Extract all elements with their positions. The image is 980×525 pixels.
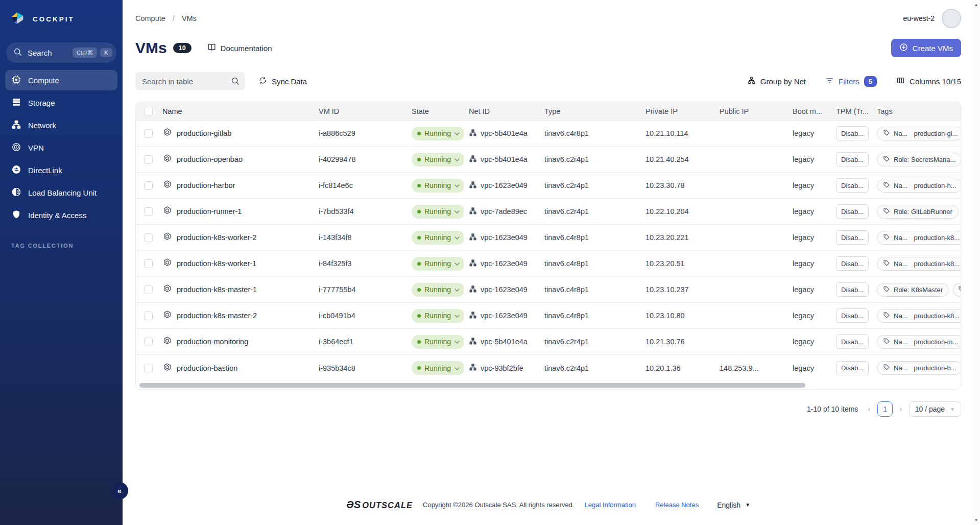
row-checkbox[interactable] bbox=[144, 259, 153, 268]
group-by-net-button[interactable]: Group by Net bbox=[747, 76, 806, 86]
region-selector[interactable]: eu-west-2 bbox=[903, 14, 935, 22]
vm-name[interactable]: production-openbao bbox=[177, 155, 243, 163]
table-row[interactable]: production-gitlabi-a886c529Runningvpc-5b… bbox=[136, 121, 961, 147]
column-header-public-ip: Public IP bbox=[714, 107, 787, 115]
previous-page-button[interactable]: ‹ bbox=[866, 404, 872, 414]
row-checkbox[interactable] bbox=[144, 364, 153, 372]
table-row[interactable]: production-k8s-master-2i-cb0491b4Running… bbox=[136, 303, 961, 329]
sidebar-item-vpn[interactable]: VPN bbox=[5, 137, 117, 158]
tpm-status-button[interactable]: Disab... bbox=[836, 178, 869, 193]
scroll-down-arrow[interactable]: ▼ bbox=[972, 518, 980, 522]
table-row[interactable]: production-k8s-master-1i-777755b4Running… bbox=[136, 277, 961, 303]
tags-cell: Na...production-gi... bbox=[872, 127, 961, 140]
tpm-status-button[interactable]: Disab... bbox=[836, 230, 869, 245]
state-dropdown[interactable]: Running bbox=[412, 231, 464, 245]
tags-cell: Na...production-k8... bbox=[872, 231, 961, 245]
next-page-button[interactable]: › bbox=[898, 404, 904, 414]
sidebar-item-identity-access[interactable]: Identity & Access bbox=[5, 205, 117, 225]
sidebar-item-directlink[interactable]: DirectLink bbox=[5, 160, 117, 180]
state-dropdown[interactable]: Running bbox=[412, 283, 464, 297]
release-notes-link[interactable]: Release Notes bbox=[655, 501, 699, 509]
legal-information-link[interactable]: Legal Information bbox=[584, 501, 635, 509]
state-dropdown[interactable]: Running bbox=[412, 361, 464, 375]
net-id[interactable]: vpc-1623e049 bbox=[481, 233, 528, 242]
sidebar-item-network[interactable]: Network bbox=[5, 115, 117, 135]
row-checkbox[interactable] bbox=[144, 181, 153, 190]
state-dropdown[interactable]: Running bbox=[412, 127, 464, 140]
columns-button[interactable]: Columns 10/15 bbox=[896, 76, 961, 86]
net-id[interactable]: vpc-5b401e4a bbox=[481, 129, 528, 137]
tpm-status-button[interactable]: Disab... bbox=[836, 335, 869, 349]
tag-icon bbox=[883, 259, 890, 268]
table-row[interactable]: production-monitoringi-3b64ecf1Runningvp… bbox=[136, 329, 961, 355]
state-dropdown[interactable]: Running bbox=[412, 309, 464, 323]
table-row[interactable]: production-runner-1i-7bd533f4Runningvpc-… bbox=[136, 199, 961, 225]
vm-name[interactable]: production-k8s-master-1 bbox=[177, 285, 257, 294]
net-id[interactable]: vpc-1623e049 bbox=[481, 181, 528, 189]
table-row[interactable]: production-harbori-fc814e6cRunningvpc-16… bbox=[136, 173, 961, 199]
tpm-status-button[interactable]: Disab... bbox=[836, 361, 869, 375]
net-id[interactable]: vpc-1623e049 bbox=[481, 285, 528, 294]
row-checkbox[interactable] bbox=[144, 312, 153, 320]
state-dropdown[interactable]: Running bbox=[412, 179, 464, 193]
table-row[interactable]: production-bastioni-935b34c8Runningvpc-9… bbox=[136, 355, 961, 381]
tpm-status-button[interactable]: Disab... bbox=[836, 256, 869, 271]
sidebar-search[interactable]: Search Ctrl/⌘ K bbox=[6, 42, 116, 63]
documentation-link[interactable]: Documentation bbox=[207, 42, 272, 54]
tpm-status-button[interactable]: Disab... bbox=[836, 308, 869, 323]
tag-key: Role: GitLabRunner bbox=[894, 208, 952, 216]
page-1-button[interactable]: 1 bbox=[877, 401, 893, 417]
net-id[interactable]: vpc-5b401e4a bbox=[481, 155, 528, 163]
state-dropdown[interactable]: Running bbox=[412, 153, 464, 166]
scroll-up-arrow[interactable]: ▲ bbox=[972, 3, 980, 7]
state-dropdown[interactable]: Running bbox=[412, 335, 464, 349]
row-checkbox[interactable] bbox=[144, 155, 153, 164]
tpm-status-button[interactable]: Disab... bbox=[836, 126, 869, 140]
sidebar-item-storage[interactable]: Storage bbox=[5, 92, 117, 113]
sidebar-collapse-button[interactable]: « bbox=[111, 482, 128, 499]
tpm-status-button[interactable]: Disab... bbox=[836, 282, 869, 297]
horizontal-scrollbar-thumb[interactable] bbox=[139, 383, 805, 388]
vm-name[interactable]: production-k8s-master-2 bbox=[177, 312, 257, 320]
sidebar-item-load-balancing-unit[interactable]: Load Balancing Unit bbox=[5, 182, 117, 203]
app-logo[interactable]: COCKPIT bbox=[0, 0, 123, 35]
vm-name[interactable]: production-k8s-worker-2 bbox=[177, 233, 256, 242]
vm-name[interactable]: production-k8s-worker-1 bbox=[177, 259, 256, 268]
filters-button[interactable]: Filters 5 bbox=[825, 76, 877, 87]
net-id[interactable]: vpc-1623e049 bbox=[481, 312, 528, 320]
state-dropdown[interactable]: Running bbox=[412, 257, 464, 271]
table-row[interactable]: production-openbaoi-40299478Runningvpc-5… bbox=[136, 147, 961, 173]
row-checkbox[interactable] bbox=[144, 207, 153, 216]
state-dropdown[interactable]: Running bbox=[412, 205, 464, 219]
net-id[interactable]: vpc-93bf2bfe bbox=[481, 364, 523, 372]
table-row[interactable]: production-k8s-worker-1i-84f325f3Running… bbox=[136, 251, 961, 277]
table-row[interactable]: production-k8s-worker-2i-143f34f8Running… bbox=[136, 225, 961, 251]
sidebar-item-label: Load Balancing Unit bbox=[28, 188, 97, 197]
tpm-status-button[interactable]: Disab... bbox=[836, 152, 869, 166]
row-checkbox[interactable] bbox=[144, 285, 153, 294]
select-all-checkbox[interactable] bbox=[144, 107, 153, 115]
row-checkbox[interactable] bbox=[144, 129, 153, 138]
table-search-input[interactable] bbox=[135, 72, 245, 90]
vm-name[interactable]: production-runner-1 bbox=[177, 207, 242, 216]
net-id[interactable]: vpc-5b401e4a bbox=[481, 338, 528, 346]
language-select[interactable]: English ▼ bbox=[717, 501, 750, 509]
breadcrumb-compute[interactable]: Compute bbox=[135, 14, 165, 22]
net-id[interactable]: vpc-1623e049 bbox=[481, 259, 528, 268]
row-checkbox[interactable] bbox=[144, 338, 153, 346]
sidebar-item-compute[interactable]: Compute bbox=[5, 70, 117, 90]
vm-name[interactable]: production-gitlab bbox=[177, 129, 231, 137]
create-vms-button[interactable]: Create VMs bbox=[891, 39, 961, 57]
vm-name[interactable]: production-harbor bbox=[177, 181, 235, 189]
sync-data-button[interactable]: Sync Data bbox=[258, 76, 307, 86]
vertical-scrollbar[interactable]: ▲ ▼ bbox=[972, 0, 980, 525]
net-id[interactable]: vpc-7ade89ec bbox=[481, 207, 527, 216]
vm-name[interactable]: production-bastion bbox=[177, 364, 237, 372]
tpm-status-button[interactable]: Disab... bbox=[836, 204, 869, 219]
vm-type: tinav6.c2r4p1 bbox=[539, 338, 640, 346]
user-avatar[interactable] bbox=[942, 9, 961, 28]
page-size-select[interactable]: 10 / page ▼ bbox=[909, 401, 961, 417]
running-dot-icon bbox=[417, 288, 421, 292]
row-checkbox[interactable] bbox=[144, 233, 153, 242]
vm-name[interactable]: production-monitoring bbox=[177, 338, 248, 346]
